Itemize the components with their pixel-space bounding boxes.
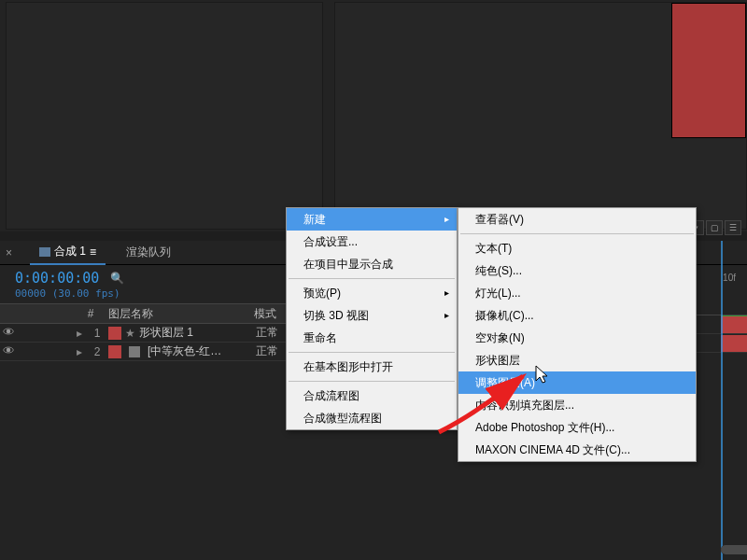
menu-separator <box>289 278 455 279</box>
menu-item-reveal-in-project[interactable]: 在项目中显示合成 <box>287 253 457 275</box>
eye-icon <box>3 326 14 337</box>
blend-mode[interactable]: 正常 <box>256 343 278 359</box>
timeline-scrollbar[interactable] <box>721 545 740 554</box>
playhead[interactable] <box>721 241 723 560</box>
layer-search-input[interactable] <box>135 272 191 285</box>
tab-render-queue[interactable]: 渲染队列 <box>117 241 180 264</box>
menu-item-new[interactable]: 新建 <box>287 208 457 231</box>
panel-menu-icon[interactable]: × <box>6 246 19 259</box>
solid-icon <box>129 346 140 357</box>
column-index[interactable]: # <box>77 307 105 320</box>
layer-index: 2 <box>90 345 105 358</box>
expand-toggle-icon[interactable]: ▸ <box>77 327 90 340</box>
layer-duration-bar[interactable] <box>721 316 747 333</box>
menu-item-viewer[interactable]: 查看器(V) <box>458 208 696 231</box>
svg-point-0 <box>7 329 11 334</box>
menu-item-camera[interactable]: 摄像机(C)... <box>458 304 696 327</box>
layer-name-text: 形状图层 1 <box>139 325 193 341</box>
blend-mode[interactable]: 正常 <box>256 325 278 341</box>
tab-label: 合成 1 <box>54 244 86 259</box>
star-icon: ★ <box>125 327 135 340</box>
menu-separator <box>460 233 694 234</box>
menu-item-null-object[interactable]: 空对象(N) <box>458 327 696 349</box>
annotation-arrow <box>430 367 542 441</box>
viewport-area: ▾ ▢ ☰ <box>0 0 747 231</box>
menu-separator <box>289 352 455 353</box>
composition-red-shape[interactable] <box>671 3 746 138</box>
layer-name-cell[interactable]: [中等灰色-红… <box>125 343 256 359</box>
viewport-box-icon[interactable]: ▢ <box>706 220 723 235</box>
menu-item-preview[interactable]: 预览(P) <box>287 282 457 304</box>
layer-index: 1 <box>90 327 105 340</box>
expand-toggle-icon[interactable]: ▸ <box>77 345 90 358</box>
viewport-menu-icon[interactable]: ☰ <box>725 220 741 235</box>
layer-color-swatch[interactable] <box>108 345 121 358</box>
menu-item-solid[interactable]: 纯色(S)... <box>458 259 696 282</box>
menu-item-text[interactable]: 文本(T) <box>458 237 696 259</box>
tab-composition[interactable]: 合成 1 ≡ <box>30 240 106 265</box>
layer-name-cell[interactable]: ★ 形状图层 1 <box>125 325 256 341</box>
menu-item-comp-settings[interactable]: 合成设置... <box>287 231 457 253</box>
column-layer-name[interactable]: 图层名称 <box>105 306 254 322</box>
layer-duration-bar[interactable] <box>721 335 747 352</box>
menu-item-light[interactable]: 灯光(L)... <box>458 282 696 304</box>
viewport-left-panel[interactable] <box>6 2 323 230</box>
composition-icon <box>39 247 50 257</box>
layer-name-text: [中等灰色-红… <box>148 343 221 359</box>
scrollbar-thumb[interactable] <box>721 545 747 554</box>
tab-label: 渲染队列 <box>126 245 171 260</box>
visibility-toggle[interactable] <box>0 326 17 340</box>
tab-menu-icon[interactable]: ≡ <box>90 245 96 259</box>
cursor-pointer-icon <box>534 364 551 385</box>
menu-item-cinema4d-file[interactable]: MAXON CINEMA 4D 文件(C)... <box>458 439 696 461</box>
menu-item-switch-3d-view[interactable]: 切换 3D 视图 <box>287 304 457 327</box>
search-icon[interactable]: 🔍 <box>110 272 124 285</box>
eye-icon <box>3 344 14 356</box>
layer-color-swatch[interactable] <box>108 327 121 340</box>
menu-item-rename[interactable]: 重命名 <box>287 327 457 349</box>
visibility-toggle[interactable] <box>0 344 17 358</box>
svg-point-2 <box>7 348 11 353</box>
ruler-tick-label: 10f <box>723 273 736 283</box>
current-timecode[interactable]: 0:00:00:00 <box>15 270 99 287</box>
viewport-right-panel[interactable] <box>334 2 747 230</box>
